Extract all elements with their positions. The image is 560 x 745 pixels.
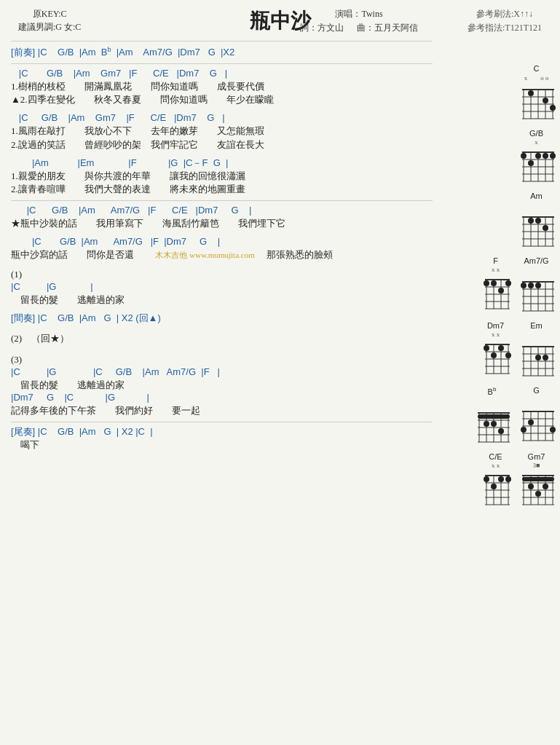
guitar-diagrams: C x o o (443, 64, 556, 515)
outro-label: [尾奏] (11, 426, 35, 437)
svg-point-65 (528, 283, 534, 288)
bridge2-lyric: 瓶中沙寫的話 問你是否還 木木吉他 www.mumujita.com 那張熟悉的… (11, 248, 433, 261)
intro-chords: |C G/B |Am Bb |Am Am7/G |Dm7 G |X2 (38, 47, 234, 58)
svg-point-78 (498, 345, 504, 351)
chorus-lyric1: 1.親愛的朋友 與你共渡的年華 讓我的回憶很瀟灑 (11, 170, 433, 183)
outro-label-chords: [尾奏] |C G/B |Am G | X2 |C | (11, 426, 433, 438)
verse2-lyric2: 2.說過的笑話 曾經吵吵的架 我們牢記它 友誼在長大 (11, 138, 433, 151)
svg-point-128 (484, 476, 489, 482)
svg-point-116 (521, 427, 527, 433)
verse2-chords: |C G/B |Am Gm7 |F C/E |Dm7 G | (11, 112, 433, 125)
svg-point-104 (491, 421, 497, 427)
verse1-section: |C G/B |Am Gm7 |F C/E |Dm7 G | 1.樹梢的枝椏 開… (11, 63, 433, 106)
verse1-lyric2: ▲2.四季在變化 秋冬又春夏 問你知道嗎 年少在矇矓 (11, 93, 433, 106)
svg-point-79 (505, 352, 511, 358)
svg-point-66 (535, 283, 541, 288)
key-info: 原KEY:C 建議男調:G 女:C (18, 7, 81, 33)
svg-point-11 (543, 98, 548, 103)
svg-rect-142 (522, 477, 554, 481)
svg-point-143 (528, 484, 534, 489)
svg-point-39 (535, 218, 541, 224)
verse2-lyric1: 1.風雨在敲打 我放心不下 去年的嫩芽 又怎能無瑕 (11, 125, 433, 138)
ref-strum: 參考刷法:X↑↑↓ (468, 7, 542, 21)
verse1-chords: |C G/B |Am Gm7 |F C/E |Dm7 G | (11, 68, 433, 80)
chord-diagram-Gm7: Gm7 3■ (516, 452, 556, 506)
intro-label-chords: [前奏] |C G/B |Am Bb |Am Am7/G |Dm7 G |X2 (11, 46, 433, 59)
svg-point-26 (543, 153, 548, 159)
section2-label: (2) （回★） (11, 332, 433, 345)
section1-chords: |C |G | (11, 281, 433, 293)
verse1-lyric1: 1.樹梢的枝椏 開滿鳳凰花 問你知道嗎 成長要代價 (11, 80, 433, 93)
svg-point-51 (491, 280, 497, 286)
svg-rect-102 (478, 414, 510, 419)
svg-point-50 (484, 280, 489, 286)
section3-label: (3) (11, 353, 433, 366)
svg-point-90 (535, 355, 541, 360)
svg-point-91 (543, 355, 548, 360)
chord-diagram-Em: Em (516, 321, 556, 377)
header: 原KEY:C 建議男調:G 女:C 瓶中沙 演唱：Twins 詞：方文山 曲：五… (11, 7, 549, 35)
composer: 曲：五月天阿信 (357, 23, 418, 33)
chord-diagram-F: F x x (479, 256, 512, 312)
chord-diagram-Dm7: Dm7 x x (479, 321, 512, 377)
chord-diagram-Am: Am (516, 192, 556, 248)
svg-point-53 (505, 280, 511, 286)
svg-point-129 (491, 484, 497, 489)
svg-point-52 (498, 288, 504, 293)
outro-lyric: 喝下 (11, 438, 433, 452)
interlude-chords: |C G/B |Am G | X2 (回▲) (38, 312, 161, 323)
svg-point-10 (528, 90, 534, 96)
interlude-label-chords: [間奏] |C G/B |Am G | X2 (回▲) (11, 312, 433, 325)
bridge-chords: |C G/B |Am Am7/G |F C/E |Dm7 G | (11, 205, 433, 217)
ref-pick: 參考指法:T121T121 (468, 21, 542, 35)
chorus-lyric2: 2.讓青春喧嘩 我們大聲的表達 將未來的地圖重畫 (11, 183, 433, 196)
chord-diagram-C: C x o o (516, 64, 556, 120)
svg-point-103 (484, 421, 489, 427)
section3-lyric: 留長的髮 逃離過的家 (11, 379, 433, 392)
svg-point-40 (543, 225, 548, 231)
section1-lyric: 留長的髮 逃離過的家 (11, 293, 433, 307)
outro-section: [尾奏] |C G/B |Am G | X2 |C | 喝下 (11, 422, 433, 452)
svg-point-145 (543, 484, 548, 489)
intro-section: [前奏] |C G/B |Am Bb |Am Am7/G |Dm7 G |X2 (11, 41, 433, 59)
lyricist: 詞：方文山 (300, 23, 344, 33)
bridge2-chords: |C G/B |Am Am7/G |F |Dm7 G | (11, 236, 433, 248)
bridge2-section: |C G/B |Am Am7/G |F |Dm7 G | 瓶中沙寫的話 問你是否… (11, 234, 433, 261)
page: { "header": { "title": "瓶中沙", "key_origi… (0, 0, 560, 745)
svg-point-38 (528, 218, 534, 224)
singer: 演唱：Twins (300, 7, 418, 21)
svg-point-144 (535, 491, 541, 497)
svg-point-24 (528, 160, 534, 166)
interlude-section: [間奏] |C G/B |Am G | X2 (回▲) (11, 311, 433, 325)
outro-chords: |C G/B |Am G | X2 |C | (38, 426, 153, 437)
svg-point-27 (550, 153, 556, 159)
section2: (2) （回★） (11, 329, 433, 345)
svg-point-118 (550, 427, 556, 433)
bridge-star-line: ★瓶中沙裝的話 我用筆寫下 海風刮竹籬笆 我們埋下它 (11, 217, 433, 230)
svg-point-23 (521, 153, 527, 159)
watermark-inline: 木木吉他 www.mumujita.com (155, 251, 254, 259)
chorus-chords: |Am |Em |F |G |C－F G | (11, 157, 433, 170)
section3b-lyric: 記得多年後的下午茶 我們約好 要一起 (11, 404, 433, 417)
section1: (1) |C |G | 留長的髮 逃離過的家 (11, 266, 433, 307)
section3-chords: |C |G |C G/B |Am Am7/G |F | (11, 366, 433, 379)
ref-info: 參考刷法:X↑↑↓ 參考指法:T121T121 (468, 7, 542, 35)
svg-point-117 (528, 419, 534, 425)
svg-point-77 (491, 352, 497, 358)
section3: (3) |C |G |C G/B |Am Am7/G |F | 留長的髮 逃離過… (11, 350, 433, 417)
chord-diagram-Am7G: Am7/G (516, 256, 556, 312)
svg-point-131 (505, 476, 511, 482)
verse2-section: |C G/B |Am Gm7 |F C/E |Dm7 G | 1.風雨在敲打 我… (11, 111, 433, 151)
svg-point-25 (535, 153, 541, 159)
key-original: 原KEY:C (18, 7, 81, 20)
svg-point-12 (550, 105, 556, 111)
bridge-section: |C G/B |Am Am7/G |F C/E |Dm7 G | ★瓶中沙裝的話… (11, 200, 433, 230)
credits: 詞：方文山 曲：五月天阿信 (300, 21, 418, 35)
chord-diagram-CE: C/E x x (479, 452, 512, 506)
chord-diagram-Bb: Bb (472, 386, 512, 444)
chord-diagram-GB: G/B x (516, 129, 556, 183)
intro-label: [前奏] (11, 47, 35, 58)
singer-info: 演唱：Twins 詞：方文山 曲：五月天阿信 (300, 7, 418, 35)
interlude-label: [間奏] (11, 312, 35, 323)
svg-point-105 (498, 428, 504, 434)
